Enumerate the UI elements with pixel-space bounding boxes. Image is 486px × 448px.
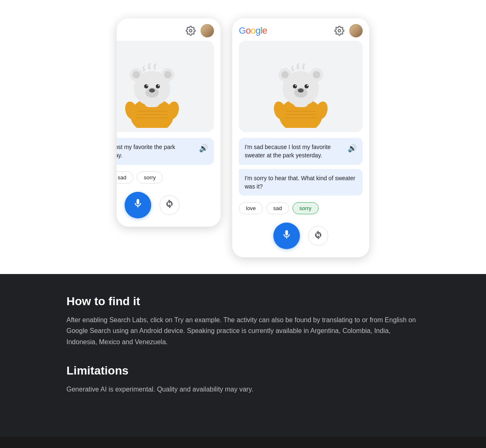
limitations-title: Limitations — [66, 364, 420, 377]
right-chat-area: I'm sad because I lost my favorite sweat… — [232, 132, 369, 199]
bear-svg — [119, 45, 185, 128]
svg-point-11 — [144, 84, 148, 88]
how-to-find-body: After enabling Search Labs, click on Try… — [66, 315, 420, 348]
refresh-icon-right — [314, 231, 322, 241]
svg-point-16 — [149, 88, 155, 93]
left-user-message: ause I lost my favorite the park yesterd… — [117, 143, 196, 160]
svg-point-14 — [158, 85, 160, 86]
gear-icon[interactable] — [186, 26, 196, 36]
svg-point-29 — [313, 71, 320, 78]
mic-button-right[interactable] — [273, 223, 300, 249]
speaker-icon[interactable]: 🔊 — [199, 143, 208, 154]
chip-sorry-left[interactable]: sorry — [137, 171, 163, 184]
right-ai-bubble: I'm sorry to hear that. What kind of swe… — [239, 169, 363, 196]
left-phone-header — [117, 18, 221, 41]
limitations-body: Generative AI is experimental. Quality a… — [66, 384, 420, 395]
left-phone-card: ause I lost my favorite the park yesterd… — [117, 18, 221, 227]
mic-button-left[interactable] — [125, 192, 151, 218]
svg-point-31 — [304, 84, 309, 88]
avatar-right[interactable] — [349, 24, 363, 37]
google-logo: Google — [239, 25, 267, 36]
how-to-find-title: How to find it — [66, 295, 420, 308]
svg-point-35 — [298, 88, 304, 93]
left-controls — [117, 187, 221, 227]
avatar-image-right — [349, 24, 363, 37]
chip-sad-right[interactable]: sad — [266, 202, 289, 214]
refresh-button-left[interactable] — [160, 195, 179, 215]
avatar-image — [201, 24, 214, 37]
chip-love[interactable]: love — [239, 202, 263, 214]
bear-illustration-right — [239, 41, 363, 132]
mic-icon-left — [133, 198, 143, 212]
bear-illustration — [117, 41, 214, 132]
phones-wrapper: ause I lost my favorite the park yesterd… — [117, 8, 369, 262]
mic-icon-right — [281, 229, 292, 243]
right-chips-area: love sad sorry — [232, 199, 369, 218]
top-section: ause I lost my favorite the park yesterd… — [0, 0, 486, 274]
left-header-icons — [186, 24, 214, 37]
chip-sorry-right[interactable]: sorry — [292, 202, 319, 214]
chip-sad-left[interactable]: sad — [117, 171, 133, 184]
svg-point-8 — [133, 71, 140, 78]
right-phone-header: Google — [232, 18, 369, 41]
left-chat-area: ause I lost my favorite the park yesterd… — [117, 132, 221, 168]
svg-point-33 — [307, 85, 308, 86]
speaker-icon-right[interactable]: 🔊 — [348, 143, 357, 154]
left-user-bubble: ause I lost my favorite the park yesterd… — [117, 138, 214, 165]
bear-svg-right — [268, 45, 334, 128]
svg-point-19 — [338, 29, 341, 32]
svg-point-30 — [293, 84, 297, 88]
svg-point-12 — [156, 84, 160, 88]
gear-icon-right[interactable] — [334, 26, 344, 36]
left-phone-inner: ause I lost my favorite the park yesterd… — [117, 18, 221, 227]
right-phone-card: Google — [232, 18, 369, 257]
svg-point-27 — [281, 71, 289, 78]
right-user-bubble: I'm sad because I lost my favorite sweat… — [239, 138, 363, 165]
refresh-button-right[interactable] — [308, 226, 328, 246]
right-controls — [232, 218, 369, 257]
right-ai-message: I'm sorry to hear that. What kind of swe… — [245, 175, 355, 190]
avatar[interactable] — [201, 24, 214, 37]
right-user-message: I'm sad because I lost my favorite sweat… — [245, 143, 344, 160]
svg-point-32 — [295, 85, 297, 86]
bottom-section: How to find it After enabling Search Lab… — [0, 274, 486, 437]
svg-point-0 — [189, 29, 192, 32]
svg-point-13 — [147, 85, 148, 86]
right-header-icons — [334, 24, 363, 37]
svg-point-10 — [164, 71, 172, 78]
left-chips-area: e sad sorry — [117, 168, 221, 187]
refresh-icon-left — [165, 200, 174, 210]
